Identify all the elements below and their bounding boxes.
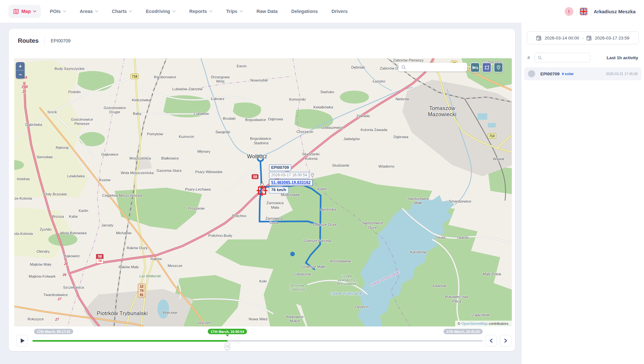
page-title: Routes [18, 37, 39, 44]
nav-item-map[interactable]: Map [8, 5, 41, 18]
map-label: Studzianki [332, 163, 349, 168]
map-label: Wola Bykowska [60, 231, 86, 235]
map-label: Raciborowice [154, 75, 176, 79]
step-forward-button[interactable] [500, 335, 512, 347]
map-label: GościmowiceDrugie [104, 106, 126, 114]
map-label: Dąbrowa [393, 135, 408, 139]
nav-item-charts[interactable]: Charts [107, 5, 137, 17]
step-back-button[interactable] [485, 335, 497, 347]
play-button[interactable] [16, 335, 28, 347]
map-label: Sierosław [37, 155, 53, 159]
map-label: Raków [150, 257, 162, 261]
card-header: Routes EPI00709 [18, 36, 71, 46]
map-label: Rękoraj [56, 146, 69, 150]
map-label: Doły Brzeskie [44, 193, 67, 197]
alert-icon[interactable]: ! [565, 7, 573, 16]
openstreetmap-link[interactable]: OpenStreetMap [461, 322, 488, 325]
zoom-out-button[interactable]: − [16, 71, 25, 79]
map-label: RezerwatLubiaszów [289, 283, 305, 291]
map-label: Zawada [356, 114, 370, 118]
map-label: Kaleń [317, 187, 327, 191]
poi-pin-icon[interactable] [494, 62, 503, 72]
map-label: Lubiatów [194, 112, 209, 116]
uk-flag-icon[interactable] [580, 8, 587, 15]
timeline-progress [32, 340, 227, 342]
map-label: 27 [55, 317, 59, 321]
hotel-bed-icon[interactable] [470, 62, 480, 72]
map-label: Psary-Lechawa [185, 188, 211, 192]
map-label: Koło [259, 279, 267, 283]
map-label: Młynary [197, 150, 210, 154]
map-label: Majków Mały [30, 262, 51, 267]
tooltip-speed: 76 km/h [269, 187, 289, 193]
map-label: Polichno [232, 214, 246, 218]
map-label: Kosów [99, 178, 110, 182]
map-label: Białkowice [161, 156, 179, 160]
user-menu[interactable]: Arkadiusz Meszka [594, 9, 636, 14]
map-label: Bronisławów [330, 259, 351, 263]
map-label: Łazisko [373, 80, 385, 84]
nav-item-pois[interactable]: POIs [45, 5, 71, 17]
map-label: Ewcin [237, 64, 247, 68]
map-label: Niebrów [396, 97, 409, 101]
map-label: ŻarnowicaDuża [265, 216, 282, 225]
map-label: Lubiaszów [293, 272, 311, 277]
tooltip-vehicle-name: EPI00709 [269, 164, 291, 171]
timeline-slider-handle[interactable] [225, 342, 230, 350]
calendar-icon [536, 35, 542, 41]
map-label: Gazomia Stara [156, 169, 181, 173]
map-search-box[interactable] [398, 63, 467, 72]
nav-item-reports[interactable]: Reports [185, 5, 217, 17]
timeline-track[interactable] [32, 340, 483, 342]
map-label: S874 [96, 254, 104, 264]
map-label: Podolin [68, 90, 81, 94]
nav-item-trips[interactable]: Trips [222, 5, 247, 17]
map-label: Kolonia Zawada [361, 128, 387, 132]
map-labels: Budy SzynczyckieEwcinDębniakZaborów DZab… [14, 58, 512, 326]
map-label: Las Wolborski [139, 274, 161, 278]
map-label: Zarzęcin [354, 305, 369, 309]
map-label: Noworybie [250, 78, 268, 83]
map-label: Budy Szynczyckie [54, 67, 85, 71]
map-label: Wolbórz [247, 153, 267, 160]
map-label: Wierzeje [163, 311, 177, 315]
map-label: Srock [47, 110, 57, 115]
map-label: Bogusławice [245, 118, 266, 122]
map-label: 716 [130, 74, 139, 79]
map-label: ŻarnowicaMała [266, 201, 283, 209]
map-label: Raków Mały [119, 265, 139, 269]
map-canvas[interactable]: Budy SzynczyckieEwcinDębniakZaborów DZab… [14, 58, 512, 326]
routes-card: Routes EPI00709 [9, 29, 515, 351]
map-label: Majków-Folwark [29, 274, 55, 279]
map-label: powiat tomaszowski [370, 270, 400, 287]
nav-item-drivers[interactable]: Drivers [327, 5, 352, 17]
map-label: Julianów [432, 284, 446, 288]
vehicle-tooltip: EPI00709 2026-03-17 16:00:54 51.483085,1… [269, 164, 315, 193]
map-label: Studzianki-Kolonia [302, 152, 321, 160]
map-label: Baby [133, 112, 141, 116]
nav-item-delegations[interactable]: Delegations [287, 5, 322, 17]
date-range-picker[interactable]: 2026-03-14 00:00 - 2026-03-17 23:59 [527, 31, 639, 44]
solar-badge: solar [562, 72, 574, 76]
map-label: Zajączków [472, 313, 490, 317]
area-polygon-icon[interactable] [482, 62, 491, 72]
nav-item-ecodriving[interactable]: Ecodriving [141, 5, 180, 17]
map-label: Wola-Kolonia [14, 232, 33, 236]
nav-item-raw-data[interactable]: Raw Data [252, 5, 282, 17]
map-label: 27 [58, 297, 62, 301]
map-label: Wąwał [493, 157, 504, 161]
vehicle-search-input[interactable] [535, 53, 590, 62]
tooltip-datetime: 2026-03-17 16:00:54 [269, 172, 309, 179]
nav-item-areas[interactable]: Areas [75, 5, 103, 17]
tooltip-coordinates-link[interactable]: 51.483085,19.833162 [269, 179, 313, 186]
map-label: 127491 [138, 283, 145, 297]
vehicle-list-item[interactable]: EPI00709 solar 2026-03-31 17:45:08 [524, 67, 641, 80]
map-label: Rokszyce [28, 317, 44, 322]
map-label: 713 [488, 133, 496, 138]
map-label: Kiełczówka [132, 98, 151, 103]
play-icon [21, 338, 25, 343]
zoom-in-button[interactable]: + [16, 62, 25, 71]
map-label: Dąbrowa [268, 117, 283, 121]
vehicle-list-header: # Last 1h activity [522, 53, 644, 62]
map-label: Bukowiec nadPilicą [445, 295, 468, 303]
